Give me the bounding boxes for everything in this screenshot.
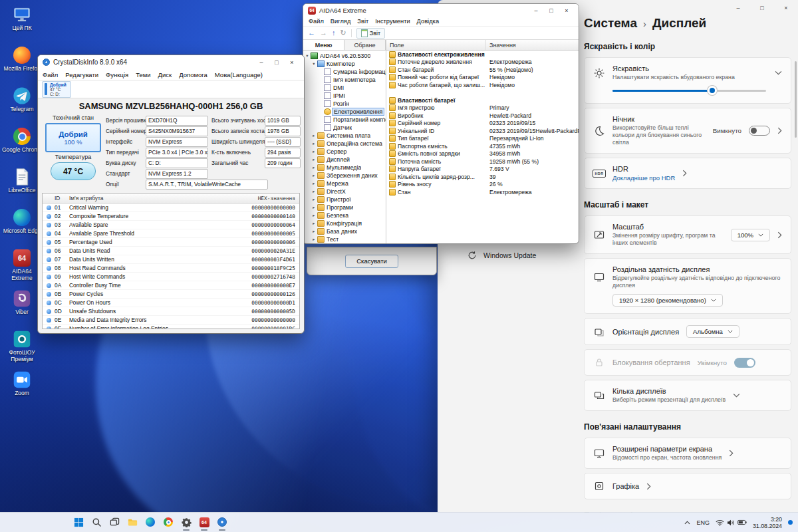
aida-data-row[interactable]: Тип батареїПерезарядний Li-Ion: [386, 135, 579, 143]
expand-toggle[interactable]: ▸: [311, 141, 317, 146]
chevron-right-icon[interactable]: [777, 231, 782, 239]
taskbar-search-button[interactable]: [88, 514, 104, 530]
settings-scrollbar[interactable]: [795, 61, 797, 138]
smart-attribute-row[interactable]: 0BPower Cycles00000000000126: [43, 290, 299, 299]
desktop-icon-telegram[interactable]: Telegram: [1, 86, 43, 113]
tree-item[interactable]: ▸Конфігурація: [303, 219, 386, 227]
desktop-icon-edge[interactable]: Microsoft Edge: [1, 208, 43, 235]
settings-card-advanced-display[interactable]: Розширені параметри екранаВідомості про …: [584, 438, 791, 469]
tab-favorites[interactable]: Обране: [344, 40, 386, 50]
settings-card-scale[interactable]: МасштабЗмінення розміру шрифту, програм …: [584, 215, 791, 254]
notification-badge[interactable]: [788, 520, 793, 525]
settings-minimize-button[interactable]: –: [726, 0, 750, 16]
smart-attribute-row[interactable]: 06Data Units Read0000000020A31E: [43, 247, 299, 255]
refresh-icon[interactable]: ↻: [340, 29, 346, 37]
menu-item[interactable]: Довідка: [417, 18, 439, 25]
settings-card-multiple-displays[interactable]: Кілька дисплеївВиберіть режим презентаці…: [584, 380, 791, 411]
aida-data-row[interactable]: Рівень зносу26 %: [386, 181, 579, 189]
aida-data-row[interactable]: Ім'я пристроюPrimary: [386, 104, 579, 112]
report-button[interactable]: Звіт: [356, 28, 385, 39]
forward-icon[interactable]: →: [320, 29, 327, 37]
expand-toggle[interactable]: ▸: [311, 213, 317, 218]
menu-item[interactable]: Теми: [136, 71, 150, 78]
chevron-down-icon[interactable]: [775, 70, 782, 75]
taskbar-edge[interactable]: [142, 514, 158, 530]
chevron-right-icon[interactable]: [682, 170, 687, 177]
settings-close-button[interactable]: ×: [774, 0, 798, 16]
tree-item[interactable]: Портативний комп'ют: [303, 116, 386, 124]
menu-item[interactable]: Диск: [158, 71, 172, 78]
aida-data-row[interactable]: Кількість циклів заряд-розр...39: [386, 173, 579, 181]
taskbar-aida64[interactable]: 64: [196, 514, 212, 530]
tab-menu[interactable]: Меню: [303, 40, 344, 50]
cdi-close-button[interactable]: ×: [285, 57, 299, 67]
settings-card-graphics[interactable]: Графіка: [584, 473, 791, 499]
tray-chevron-up-icon[interactable]: [684, 519, 690, 526]
settings-card-hdr[interactable]: HDRHDRДокладніше про HDR: [584, 158, 791, 189]
desktop-icon-chrome[interactable]: Google Chrome: [1, 127, 43, 154]
clock[interactable]: 3:20 31.08.2024: [753, 516, 782, 529]
tree-item[interactable]: ▸DirectX: [303, 188, 386, 196]
desktop-icon-libre[interactable]: LibreOffice: [1, 168, 43, 194]
orientation-dropdown[interactable]: Альбомна: [686, 325, 739, 338]
tree-item[interactable]: ▸Програми: [303, 203, 386, 211]
menu-item[interactable]: Мова(Language): [215, 71, 263, 78]
settings-card-resolution[interactable]: Роздільна здатність дисплеяВідрегулюйте …: [584, 258, 791, 314]
tree-item[interactable]: Датчик: [303, 124, 386, 132]
menu-item[interactable]: Редагувати: [65, 71, 98, 78]
aida64-minimize-button[interactable]: –: [529, 5, 543, 15]
tree-item[interactable]: ▸Операційна система: [303, 140, 386, 148]
expand-toggle[interactable]: ▸: [311, 165, 317, 170]
taskbar-settings[interactable]: [178, 514, 194, 530]
expand-toggle[interactable]: ▸: [311, 149, 317, 154]
expand-toggle[interactable]: ▸: [311, 237, 317, 242]
taskbar-crystaldiskinfo[interactable]: [214, 514, 230, 530]
back-icon[interactable]: ←: [308, 29, 315, 37]
chevron-right-icon[interactable]: [646, 483, 651, 490]
aida-data-row[interactable]: Поточне джерело живленняЕлектромережа: [386, 59, 579, 66]
smart-attribute-row[interactable]: 04Available Spare Threshold0000000000000…: [43, 229, 299, 238]
tree-item[interactable]: Ім'я комп'ютера: [303, 76, 386, 84]
menu-item[interactable]: Допомога: [179, 71, 207, 78]
tree-item[interactable]: IPMI: [303, 92, 386, 100]
desktop-icon-zoom[interactable]: Zoom: [1, 370, 43, 397]
expand-toggle[interactable]: ▸: [311, 205, 317, 210]
aida-data-row[interactable]: Властивості електроживлення: [386, 51, 579, 59]
expand-toggle[interactable]: ▸: [311, 197, 317, 202]
rotation-lock-toggle[interactable]: [734, 358, 755, 368]
slider-thumb[interactable]: [708, 86, 717, 95]
aida-data-row[interactable]: ВиробникHewlett-Packard: [386, 112, 579, 120]
menu-item[interactable]: Інструменти: [375, 18, 410, 25]
aida-data-row[interactable]: Поточна ємність19258 mWh (55 %): [386, 158, 579, 166]
cdi-maximize-button[interactable]: □: [269, 57, 284, 67]
column-field[interactable]: Поле: [386, 40, 486, 50]
menu-item[interactable]: Файл: [43, 71, 58, 78]
cancel-button[interactable]: Скасувати: [345, 255, 398, 268]
smart-attribute-row[interactable]: 0EMedia and Data Integrity Errors0000000…: [43, 316, 299, 325]
sidebar-item-windows-update[interactable]: Windows Update: [462, 247, 542, 263]
smart-attribute-row[interactable]: 09Host Write Commands00000002716748: [43, 273, 299, 281]
expand-toggle[interactable]: ▸: [311, 133, 317, 138]
column-value[interactable]: Значення: [486, 42, 516, 49]
tree-item[interactable]: ▸Сервер: [303, 148, 386, 156]
expand-toggle[interactable]: ▸: [311, 189, 317, 194]
settings-card-brightness[interactable]: ЯскравістьНалаштувати яскравість вбудова…: [584, 57, 791, 104]
tree-item[interactable]: ▸Системна плата: [303, 132, 386, 140]
desktop-icon-photoapp[interactable]: ФотоШОУ Преміум: [1, 330, 43, 362]
aida-data-row[interactable]: Унікальний ID02323 2019/09/15Hewlett-Pac…: [386, 127, 579, 135]
aida64-maximize-button[interactable]: □: [544, 5, 559, 15]
expand-toggle[interactable]: ▸: [311, 229, 317, 234]
chevron-down-icon[interactable]: [733, 393, 740, 398]
aida-data-row[interactable]: Повний час роботи від батареїНевідомо: [386, 74, 579, 82]
expand-toggle[interactable]: ▸: [311, 173, 317, 178]
tree-item[interactable]: ▸Пристрої: [303, 196, 386, 203]
settings-maximize-button[interactable]: □: [750, 0, 774, 16]
smart-attribute-row[interactable]: 03Available Spare00000000000064: [43, 221, 299, 229]
desktop-icon-aida[interactable]: 64AIDA64 Extreme: [1, 249, 43, 281]
expand-toggle[interactable]: ▾: [305, 53, 310, 59]
hdr-learn-more-link[interactable]: Докладніше про HDR: [612, 174, 675, 182]
scale-dropdown[interactable]: 100%: [731, 229, 770, 241]
desktop-icon-firefox[interactable]: Mozilla Firefox: [1, 46, 43, 72]
expand-toggle[interactable]: ▸: [311, 157, 317, 162]
aida64-close-button[interactable]: ×: [559, 5, 574, 15]
